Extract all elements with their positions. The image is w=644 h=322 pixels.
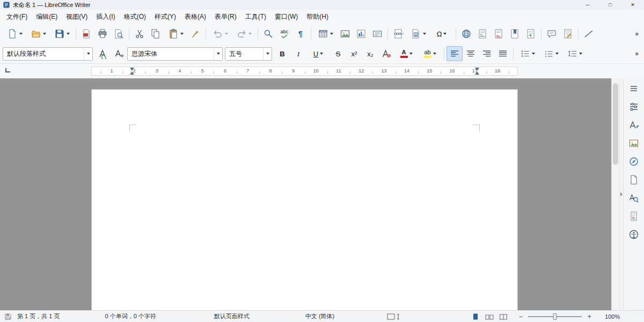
- superscript-button[interactable]: x²: [346, 46, 362, 61]
- menu-form[interactable]: 表单(R): [210, 11, 241, 23]
- vertical-scrollbar[interactable]: [611, 78, 619, 310]
- menu-file[interactable]: 文件(F): [2, 11, 32, 23]
- track-changes-button[interactable]: [560, 26, 576, 41]
- align-center-button[interactable]: [463, 46, 479, 61]
- bold-button[interactable]: B: [274, 46, 290, 61]
- scrollbar-thumb[interactable]: [613, 83, 618, 165]
- insert-text-box-button[interactable]: [369, 26, 385, 41]
- sidebar-tab-navigator[interactable]: [626, 154, 641, 169]
- insert-line-button[interactable]: [581, 26, 597, 41]
- maximize-button[interactable]: □: [599, 0, 621, 10]
- font-size-combobox[interactable]: 五号: [225, 47, 272, 61]
- selection-mode-indicator[interactable]: [387, 313, 401, 320]
- insert-chart-button[interactable]: [353, 26, 369, 41]
- line-spacing-button[interactable]: [563, 46, 587, 61]
- ordered-list-button[interactable]: [539, 46, 563, 61]
- text-language[interactable]: 中文 (简体): [305, 312, 334, 320]
- highlight-color-button[interactable]: ab: [418, 46, 442, 61]
- single-page-view-button[interactable]: [470, 312, 481, 321]
- subscript-button[interactable]: x₂: [362, 46, 378, 61]
- sidebar-tab-properties[interactable]: [626, 99, 641, 114]
- undo-button[interactable]: [208, 26, 232, 41]
- zoom-out-button[interactable]: −: [517, 313, 524, 320]
- sidebar-hide-handle[interactable]: [619, 78, 623, 310]
- copy-button[interactable]: [148, 26, 164, 41]
- page-info[interactable]: 第 1 页，共 1 页: [17, 312, 60, 320]
- toolbar-overflow-button[interactable]: »: [635, 30, 638, 38]
- insert-field-button[interactable]: [406, 26, 430, 41]
- insert-table-button[interactable]: [313, 26, 337, 41]
- tab-stop-selector[interactable]: [5, 68, 10, 72]
- strikethrough-button[interactable]: S: [330, 46, 346, 61]
- chevron-down-icon[interactable]: [84, 48, 92, 60]
- zoom-level[interactable]: 100%: [599, 313, 620, 320]
- new-style-button[interactable]: [111, 46, 127, 61]
- open-button[interactable]: [26, 26, 50, 41]
- justify-button[interactable]: [495, 46, 511, 61]
- menu-format[interactable]: 格式(O): [120, 11, 150, 23]
- chevron-down-icon[interactable]: [214, 48, 222, 60]
- zoom-slider-thumb[interactable]: [553, 313, 557, 320]
- insert-comment-button[interactable]: [544, 26, 560, 41]
- save-status-icon[interactable]: [4, 313, 12, 320]
- print-preview-button[interactable]: [111, 26, 127, 41]
- align-left-button[interactable]: [447, 46, 463, 61]
- font-color-button[interactable]: A: [394, 46, 418, 61]
- paste-button[interactable]: [164, 26, 187, 41]
- menu-view[interactable]: 视图(V): [62, 11, 92, 23]
- unordered-list-button[interactable]: [516, 46, 539, 61]
- zoom-slider[interactable]: [528, 316, 582, 317]
- insert-image-button[interactable]: [337, 26, 353, 41]
- multi-page-view-button[interactable]: [484, 312, 495, 321]
- sidebar-tab-manage-changes[interactable]: [626, 209, 641, 223]
- find-replace-button[interactable]: [260, 26, 276, 41]
- sidebar-tab-gallery[interactable]: [626, 136, 641, 150]
- cut-button[interactable]: [131, 26, 148, 41]
- menu-insert[interactable]: 插入(I): [92, 11, 119, 23]
- font-name-combobox[interactable]: 思源宋体: [127, 47, 223, 61]
- export-pdf-button[interactable]: [78, 26, 94, 41]
- clear-formatting-button[interactable]: [378, 46, 394, 61]
- clone-formatting-button[interactable]: [187, 26, 203, 41]
- sidebar-settings-button[interactable]: [626, 81, 641, 96]
- insert-cross-reference-button[interactable]: [523, 26, 539, 41]
- save-button[interactable]: [50, 26, 74, 41]
- formatting-marks-button[interactable]: ¶: [292, 26, 309, 41]
- book-view-button[interactable]: [497, 312, 509, 321]
- insert-hyperlink-button[interactable]: [458, 26, 474, 41]
- insert-page-break-button[interactable]: [390, 26, 406, 41]
- spelling-button[interactable]: abc: [276, 26, 292, 41]
- redo-button[interactable]: [232, 26, 255, 41]
- underline-button[interactable]: U: [306, 46, 330, 61]
- insert-footnote-button[interactable]: [474, 26, 491, 41]
- print-button[interactable]: [94, 26, 111, 41]
- menu-styles[interactable]: 样式(Y): [150, 11, 180, 23]
- word-count[interactable]: 0 个单词，0 个字符: [105, 312, 156, 320]
- toolbar-overflow-button[interactable]: »: [635, 50, 638, 57]
- insert-special-character-button[interactable]: Ω: [430, 26, 453, 41]
- sidebar-tab-style-inspector[interactable]: [626, 191, 641, 205]
- align-right-button[interactable]: [479, 46, 495, 61]
- sidebar-tab-styles[interactable]: [626, 118, 641, 132]
- zoom-in-button[interactable]: +: [586, 313, 593, 320]
- close-button[interactable]: ✕: [621, 0, 644, 10]
- menu-window[interactable]: 窗口(W): [270, 11, 302, 23]
- sidebar-tab-page[interactable]: [626, 172, 641, 187]
- insert-endnote-button[interactable]: [491, 26, 507, 41]
- ruler-tick: [327, 71, 328, 74]
- new-document-button[interactable]: [3, 26, 26, 41]
- menu-table[interactable]: 表格(A): [180, 11, 210, 23]
- menu-tools[interactable]: 工具(T): [241, 11, 270, 23]
- horizontal-ruler[interactable]: 123456789101112131415161718: [91, 67, 518, 76]
- document-page[interactable]: [91, 89, 518, 310]
- italic-button[interactable]: I: [290, 46, 306, 61]
- page-style[interactable]: 默认页面样式: [214, 312, 250, 320]
- menu-edit[interactable]: 编辑(E): [32, 11, 62, 23]
- insert-bookmark-button[interactable]: [507, 26, 523, 41]
- minimize-button[interactable]: ─: [576, 0, 599, 10]
- chevron-down-icon[interactable]: [263, 48, 272, 60]
- update-style-button[interactable]: [95, 46, 111, 61]
- sidebar-tab-accessibility-check[interactable]: [626, 227, 641, 241]
- menu-help[interactable]: 帮助(H): [302, 11, 333, 23]
- paragraph-style-combobox[interactable]: 默认段落样式: [3, 47, 93, 61]
